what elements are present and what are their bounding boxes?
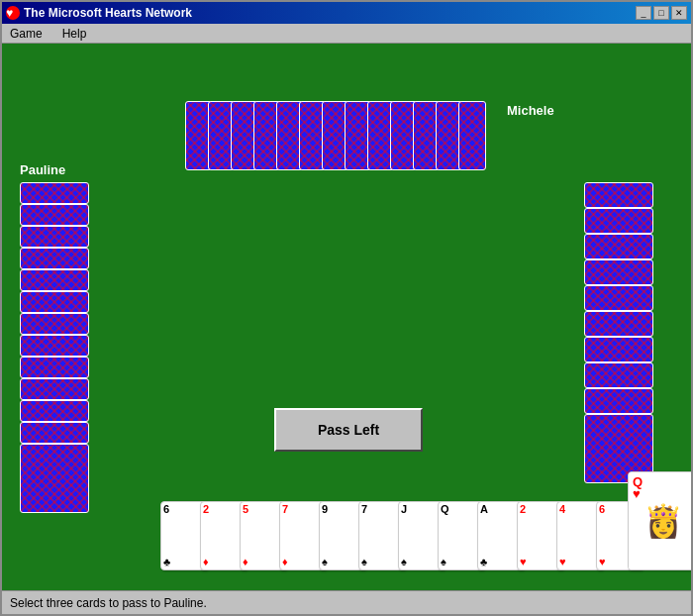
- menu-game[interactable]: Game: [6, 27, 47, 41]
- left-card-stack: [20, 182, 109, 519]
- left-card-2: [20, 226, 89, 248]
- left-card-5: [20, 291, 89, 313]
- title-bar: ♥ The Microsoft Hearts Network _ □ ✕: [2, 2, 691, 24]
- left-card-9: [20, 378, 89, 400]
- left-card-11: [20, 422, 89, 444]
- right-card-2: [584, 234, 653, 259]
- left-card-8: [20, 357, 89, 378]
- maximize-button[interactable]: □: [653, 6, 669, 20]
- window-title: The Microsoft Hearts Network: [24, 6, 192, 20]
- left-card-4: [20, 269, 89, 291]
- close-button[interactable]: ✕: [671, 6, 687, 20]
- status-bar: Select three cards to pass to Pauline.: [2, 590, 691, 614]
- hand-card-queen-hearts[interactable]: Q ♥ 👸: [628, 471, 691, 570]
- right-card-8: [584, 388, 653, 414]
- hearts-icon: ♥: [6, 6, 20, 20]
- left-card-0: [20, 182, 89, 204]
- title-bar-controls: _ □ ✕: [636, 6, 687, 20]
- hand-area: 6 ♣ 2 ♦ 5 ♦ 7 ♦ 9 ♠ 7 ♠ J ♠ Q ♠ A ♣ 2 ♥: [160, 471, 691, 570]
- menu-bar: Game Help: [2, 24, 691, 44]
- menu-help[interactable]: Help: [58, 27, 91, 41]
- right-card-0: [584, 182, 653, 208]
- pass-left-button[interactable]: Pass Left: [274, 408, 423, 452]
- right-card-5: [584, 311, 653, 337]
- top-card-stack: [185, 101, 502, 180]
- right-card-4: [584, 285, 653, 311]
- minimize-button[interactable]: _: [636, 6, 651, 20]
- player-name-michele: Michele: [507, 103, 554, 118]
- left-card-1: [20, 204, 89, 226]
- window: ♥ The Microsoft Hearts Network _ □ ✕ Gam…: [0, 0, 693, 616]
- game-area: Michele Pauline Ben Tiff Pass Left 6 ♣ 2…: [2, 44, 691, 590]
- title-bar-left: ♥ The Microsoft Hearts Network: [6, 6, 192, 20]
- left-card-3: [20, 248, 89, 269]
- right-card-6: [584, 337, 653, 362]
- status-message: Select three cards to pass to Pauline.: [10, 596, 207, 610]
- player-name-pauline: Pauline: [20, 162, 65, 177]
- right-card-7: [584, 362, 653, 388]
- left-card-7: [20, 335, 89, 357]
- right-card-3: [584, 259, 653, 285]
- left-card-10: [20, 400, 89, 422]
- right-card-stack: [584, 182, 673, 519]
- left-card-12: [20, 444, 89, 513]
- top-card-12: [458, 101, 486, 170]
- left-card-6: [20, 313, 89, 335]
- right-card-1: [584, 208, 653, 234]
